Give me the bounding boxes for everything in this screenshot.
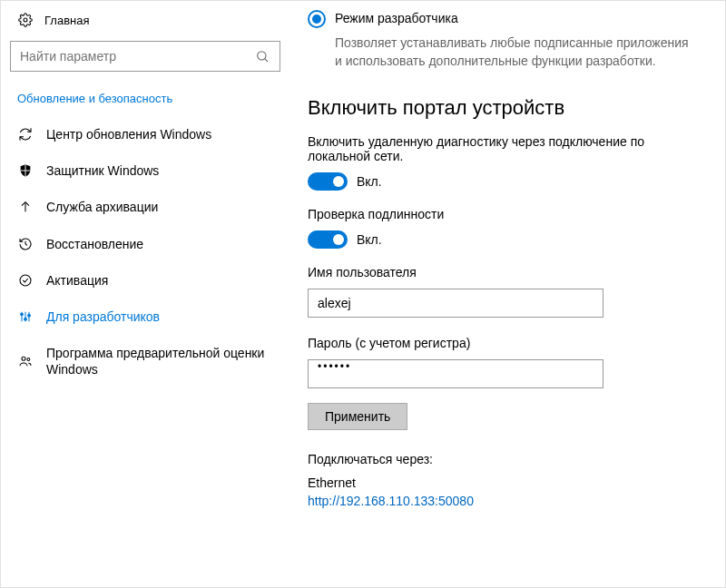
check-circle-icon: [17, 272, 34, 289]
auth-label: Проверка подлинности: [308, 207, 696, 221]
sidebar-item-label: Восстановление: [46, 236, 143, 252]
svg-point-14: [28, 314, 31, 317]
content-pane: Режим разработчика Позволяет устанавлива…: [289, 1, 725, 587]
sidebar-item-label: Центр обновления Windows: [46, 126, 211, 142]
radio-label: Режим разработчика: [335, 10, 458, 25]
sidebar-item-label: Программа предварительной оценки Windows: [46, 345, 273, 377]
home-label: Главная: [44, 14, 89, 27]
username-label: Имя пользователя: [308, 265, 696, 279]
svg-line-2: [265, 59, 268, 62]
password-input[interactable]: ••••••: [308, 359, 603, 388]
sidebar-item-label: Служба архивации: [46, 199, 158, 215]
remote-diag-toggle[interactable]: [308, 172, 348, 191]
sidebar-item-label: Для разработчиков: [46, 309, 160, 325]
gear-icon: [17, 12, 34, 28]
password-label: Пароль (с учетом регистра): [308, 336, 696, 350]
connect-via-label: Подключаться через:: [308, 452, 696, 466]
sidebar-item-defender[interactable]: Защитник Windows: [10, 152, 280, 189]
sync-icon: [17, 126, 34, 142]
sidebar-item-developers[interactable]: Для разработчиков: [10, 299, 280, 335]
auth-toggle[interactable]: [308, 230, 348, 249]
sidebar-item-recovery[interactable]: Восстановление: [10, 226, 280, 262]
device-portal-heading: Включить портал устройств: [308, 96, 696, 120]
svg-point-12: [21, 313, 24, 316]
people-icon: [17, 353, 34, 369]
search-input[interactable]: [20, 49, 254, 64]
toggle-state-label: Вкл.: [357, 232, 382, 247]
settings-sidebar: Главная Обновление и безопасность Центр …: [1, 1, 289, 587]
svg-point-1: [258, 52, 266, 60]
arrow-up-icon: [17, 199, 34, 215]
sidebar-item-activation[interactable]: Активация: [10, 262, 280, 299]
username-input[interactable]: [308, 289, 603, 318]
svg-point-16: [27, 358, 30, 361]
svg-rect-4: [21, 171, 31, 172]
sidebar-item-update[interactable]: Центр обновления Windows: [10, 116, 280, 152]
home-link[interactable]: Главная: [17, 12, 280, 28]
sidebar-item-label: Активация: [46, 272, 108, 289]
connection-name: Ethernet: [308, 475, 696, 490]
search-box[interactable]: [10, 41, 280, 72]
sidebar-item-insider[interactable]: Программа предварительной оценки Windows: [10, 335, 280, 387]
shield-icon: [17, 162, 34, 179]
radio-description: Позволяет устанавливать любые подписанны…: [335, 34, 696, 71]
section-title: Обновление и безопасность: [17, 92, 280, 105]
svg-point-0: [24, 18, 27, 22]
search-icon: [254, 48, 270, 64]
svg-point-8: [20, 275, 31, 286]
apply-button[interactable]: Применить: [308, 403, 407, 430]
svg-point-13: [25, 318, 27, 320]
toggle-state-label: Вкл.: [357, 174, 382, 189]
history-icon: [17, 236, 34, 252]
sidebar-item-backup[interactable]: Служба архивации: [10, 189, 280, 225]
svg-point-15: [22, 358, 25, 361]
svg-line-7: [25, 244, 27, 245]
developer-icon: [17, 309, 34, 325]
connection-url[interactable]: http://192.168.110.133:50080: [308, 494, 696, 508]
developer-mode-radio[interactable]: Режим разработчика: [308, 10, 696, 28]
remote-diag-label: Включить удаленную диагностику через под…: [308, 134, 696, 163]
sidebar-item-label: Защитник Windows: [46, 162, 159, 179]
radio-selected-icon: [308, 10, 326, 28]
